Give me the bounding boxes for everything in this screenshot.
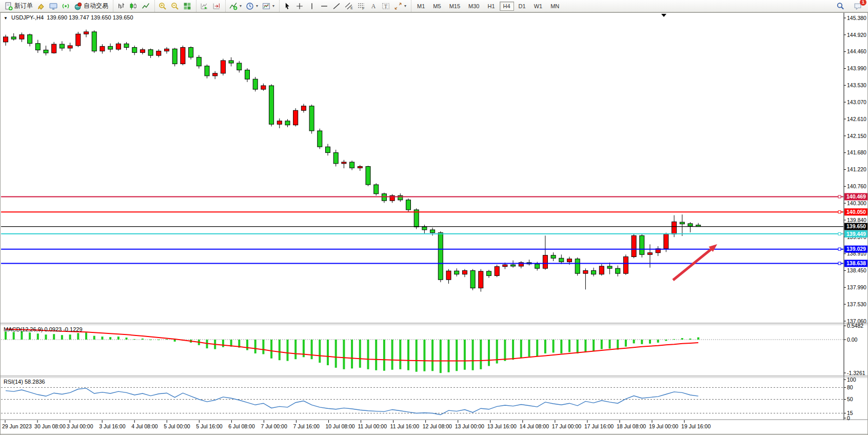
price-badge: 140.469: [844, 193, 868, 200]
trend-line-button[interactable]: [330, 1, 343, 11]
macd-pane[interactable]: 0.54820.00-1.3261: [1, 323, 865, 376]
candle: [76, 34, 81, 46]
notification-badge: 1: [860, 0, 866, 6]
new-order-icon: [5, 2, 13, 10]
svg-text:141.680: 141.680: [847, 149, 866, 155]
candle: [245, 70, 250, 79]
toolbar-group: 新订单自动交易: [1, 0, 112, 12]
svg-text:139.449: 139.449: [846, 231, 866, 237]
rsi-pane[interactable]: 1008050150: [1, 377, 856, 421]
signal-button[interactable]: [60, 1, 72, 11]
fibonacci-icon: F: [357, 2, 365, 10]
search-button[interactable]: [834, 1, 846, 11]
trend-line-icon: [332, 2, 341, 10]
text-label-button[interactable]: T: [380, 1, 392, 11]
horizontal-line-button[interactable]: [318, 1, 330, 11]
auto-trading-button[interactable]: 自动交易: [72, 1, 110, 11]
macd-bar: [254, 340, 257, 353]
candle: [430, 230, 435, 233]
auto-scroll-button[interactable]: [198, 1, 210, 11]
candle: [124, 44, 129, 47]
equidistant-channel-button[interactable]: E: [343, 1, 355, 11]
cursor-button[interactable]: [281, 1, 293, 11]
profiles-button[interactable]: [47, 1, 60, 11]
line-handle[interactable]: [838, 232, 841, 235]
timeframe-w1-button[interactable]: W1: [530, 2, 546, 11]
tile-windows-button[interactable]: [181, 1, 193, 11]
macd-bar: [391, 340, 393, 370]
chart-canvas[interactable]: 145.380144.920144.460143.990143.530143.0…: [0, 12, 868, 435]
new-order-button[interactable]: 新订单: [3, 1, 35, 11]
vertical-line-button[interactable]: [306, 1, 318, 11]
zoom-out-button[interactable]: [169, 1, 181, 11]
bucket-icon: [37, 2, 45, 10]
candle: [511, 265, 516, 266]
line-handle[interactable]: [838, 195, 841, 198]
svg-text:143.990: 143.990: [847, 65, 866, 71]
macd-bar: [166, 339, 168, 340]
macd-bar: [174, 340, 176, 342]
svg-text:140.300: 140.300: [847, 200, 866, 206]
candle: [84, 32, 89, 34]
macd-bar: [431, 340, 433, 371]
crosshair-button[interactable]: [293, 1, 306, 11]
svg-text:30 Jun 08:00: 30 Jun 08:00: [34, 423, 66, 429]
chart-shift-marker[interactable]: [661, 14, 666, 17]
svg-text:100: 100: [847, 377, 856, 383]
candle: [559, 258, 564, 262]
svg-text:138.450: 138.450: [847, 267, 866, 273]
indicators-icon: [229, 2, 238, 10]
periods-icon: [246, 2, 254, 10]
text-button[interactable]: A: [367, 1, 380, 11]
macd-bar: [77, 333, 79, 340]
line-handle[interactable]: [838, 262, 841, 265]
zoom-in-button[interactable]: [156, 1, 169, 11]
macd-bar: [262, 340, 264, 354]
price-axis[interactable]: 145.380144.920144.460143.990143.530143.0…: [844, 13, 868, 420]
svg-text:F: F: [362, 7, 364, 10]
svg-text:50: 50: [847, 396, 853, 402]
chart-shift-button[interactable]: [210, 1, 223, 11]
svg-text:138.638: 138.638: [846, 260, 866, 266]
timeframe-d1-button[interactable]: D1: [515, 2, 529, 11]
time-axis[interactable]: 29 Jun 202330 Jun 08:003 Jul 00:003 Jul …: [0, 420, 868, 434]
line-handle[interactable]: [838, 211, 841, 213]
timeframe-m30-button[interactable]: M30: [465, 2, 483, 11]
timeframe-h1-button[interactable]: H1: [484, 2, 498, 11]
line-chart-button[interactable]: [140, 1, 152, 11]
candle: [406, 200, 411, 210]
chevron-down-icon: ▾: [256, 4, 258, 8]
arrows-button[interactable]: ▾: [392, 1, 408, 11]
candle: [309, 106, 314, 131]
macd-bar: [553, 340, 555, 352]
timeframe-m15-button[interactable]: M15: [446, 2, 464, 11]
timeframe-h4-button[interactable]: H4: [500, 2, 514, 11]
timeframe-m5-button[interactable]: M5: [429, 2, 444, 11]
candle: [583, 270, 588, 273]
line-handle[interactable]: [838, 248, 841, 250]
timeframe-mn-button[interactable]: MN: [547, 2, 563, 11]
indicators-button[interactable]: ▾: [227, 1, 244, 11]
templates-button[interactable]: ▾: [260, 1, 277, 11]
macd-bar: [681, 338, 683, 340]
bar-chart-button[interactable]: [115, 1, 127, 11]
macd-bar: [45, 334, 47, 340]
candle: [350, 162, 354, 168]
bucket-button[interactable]: [35, 1, 47, 11]
svg-text:-1.3261: -1.3261: [847, 370, 865, 376]
macd-bar: [536, 340, 538, 356]
timeframe-m1-button[interactable]: M1: [413, 2, 428, 11]
periods-button[interactable]: ▾: [244, 1, 260, 11]
fibonacci-button[interactable]: F: [355, 1, 367, 11]
candle-chart-button[interactable]: [127, 1, 140, 11]
candle: [205, 66, 209, 76]
macd-bar: [29, 332, 31, 340]
price-badge: 139.650: [844, 223, 868, 230]
notifications-button[interactable]: 1: [852, 1, 864, 11]
macd-bar: [37, 333, 39, 340]
candle: [358, 167, 362, 168]
chart-window: 145.380144.920144.460143.990143.530143.0…: [0, 12, 868, 435]
text-icon: A: [369, 2, 378, 10]
svg-text:137.530: 137.530: [847, 301, 866, 307]
svg-text:139.840: 139.840: [847, 217, 866, 223]
